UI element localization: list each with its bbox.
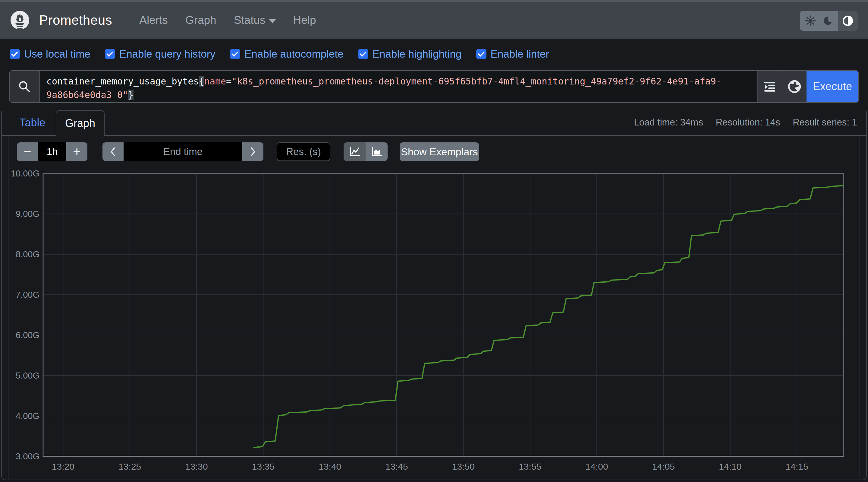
x-tick-label: 13:45: [385, 461, 408, 472]
tab-graph[interactable]: Graph: [56, 110, 104, 136]
nav-link-label: Graph: [185, 14, 216, 27]
promql-expression-input[interactable]: container_memory_usage_bytes{name="k8s_p…: [40, 71, 757, 102]
end-time-input[interactable]: [124, 142, 242, 161]
range-input-group: − +: [17, 142, 87, 161]
chevron-right-icon: [248, 146, 257, 157]
option-label: Enable linter: [491, 48, 550, 60]
nav-link-alerts[interactable]: Alerts: [139, 14, 168, 27]
search-icon: [18, 80, 31, 93]
x-tick-label: 13:20: [52, 461, 74, 472]
x-tick-label: 13:55: [519, 461, 541, 472]
line-chart-toggle-button[interactable]: [344, 142, 366, 161]
y-tick-label: 9.00G: [16, 209, 39, 219]
option-enable-query-history[interactable]: Enable query history: [105, 48, 216, 60]
y-tick-label: 6.00G: [16, 330, 39, 340]
checkbox-checked-icon[interactable]: [105, 49, 115, 59]
stacked-chart-icon: [371, 146, 383, 157]
nav-link-graph[interactable]: Graph: [185, 14, 216, 27]
moon-icon[interactable]: [823, 16, 833, 26]
time-forward-button[interactable]: [242, 142, 264, 161]
format-expression-button[interactable]: [757, 71, 782, 102]
nav-link-status[interactable]: Status: [234, 14, 276, 27]
y-tick-label: 7.00G: [16, 290, 39, 300]
metrics-explorer-button[interactable]: [782, 71, 807, 102]
checkbox-checked-icon[interactable]: [230, 49, 240, 59]
memory-usage-chart[interactable]: 3.00G4.00G5.00G6.00G7.00G8.00G9.00G10.00…: [8, 167, 860, 477]
y-tick-label: 5.00G: [16, 371, 39, 380]
execute-button[interactable]: Execute: [807, 71, 858, 102]
y-tick-label: 3.00G: [16, 452, 39, 461]
line-chart-icon: [349, 146, 361, 157]
promql-token: name: [204, 76, 226, 87]
nav-link-label: Alerts: [139, 14, 168, 27]
globe-icon: [787, 80, 801, 93]
chart-type-toggle: [344, 142, 388, 161]
x-tick-label: 14:05: [652, 461, 675, 472]
nav-link-label: Status: [234, 14, 266, 27]
option-use-local-time[interactable]: Use local time: [10, 48, 90, 60]
option-label: Enable autocomplete: [244, 48, 344, 60]
y-tick-label: 8.00G: [16, 250, 39, 259]
option-label: Use local time: [24, 48, 90, 60]
option-label: Enable highlighting: [373, 48, 462, 60]
prometheus-logo-icon: [10, 10, 30, 30]
x-tick-label: 13:35: [252, 461, 275, 472]
nav-link-label: Help: [293, 14, 316, 27]
end-time-group: [102, 142, 264, 161]
x-tick-label: 13:25: [119, 461, 141, 472]
show-exemplars-button[interactable]: Show Exemplars: [400, 142, 479, 161]
option-enable-autocomplete[interactable]: Enable autocomplete: [230, 48, 344, 60]
query-bar: container_memory_usage_bytes{name="k8s_p…: [9, 70, 859, 103]
promql-token: 9a86b64e0da3_0": [46, 90, 128, 100]
checkbox-checked-icon[interactable]: [10, 49, 20, 59]
query-options-row: Use local timeEnable query historyEnable…: [10, 45, 549, 63]
chevron-left-icon: [108, 146, 118, 157]
checkbox-checked-icon[interactable]: [476, 49, 487, 59]
promql-line: container_memory_usage_bytes{name="k8s_p…: [46, 75, 757, 88]
x-tick-label: 13:30: [185, 461, 208, 472]
range-decrease-button[interactable]: −: [17, 142, 38, 161]
x-tick-label: 14:15: [786, 461, 808, 472]
theme-light-dark-buttons[interactable]: [800, 11, 838, 31]
promql-token: {: [199, 76, 204, 87]
plot-border: [43, 173, 844, 456]
checkbox-checked-icon[interactable]: [358, 49, 368, 59]
range-increase-button[interactable]: +: [66, 142, 87, 161]
query-stats: Load time: 34msResolution: 14sResult ser…: [634, 110, 858, 135]
promql-token: container_memory_usage_bytes: [46, 76, 199, 87]
y-tick-label: 4.00G: [16, 411, 39, 421]
half-circle-contrast-icon: [842, 15, 854, 27]
series-line-container_memory_usage_bytes: [254, 186, 844, 447]
stacked-chart-toggle-button[interactable]: [366, 142, 388, 161]
option-enable-highlighting[interactable]: Enable highlighting: [358, 48, 462, 60]
x-tick-label: 13:40: [318, 461, 341, 472]
nav-links: AlertsGraphStatusHelp: [139, 14, 316, 27]
x-tick-label: 14:00: [586, 461, 608, 472]
tab-table[interactable]: Table: [9, 110, 56, 135]
option-label: Enable query history: [119, 48, 216, 60]
resolution-input[interactable]: [277, 142, 330, 161]
theme-toggle-group: [800, 11, 858, 31]
chevron-down-icon: [269, 19, 276, 23]
promql-token: "k8s_prometheus_prometheus-deployment-69…: [231, 76, 721, 87]
time-back-button[interactable]: [102, 142, 124, 161]
sun-icon[interactable]: [805, 16, 816, 26]
range-input[interactable]: [38, 142, 66, 161]
y-tick-label: 10.00G: [11, 169, 39, 178]
app-title: Prometheus: [39, 13, 112, 28]
nav-link-help[interactable]: Help: [293, 14, 316, 27]
theme-auto-button[interactable]: [838, 11, 858, 31]
promql-token: }: [128, 90, 133, 100]
x-tick-label: 14:10: [719, 461, 741, 472]
format-expression-icon: [764, 80, 776, 93]
navbar: Prometheus AlertsGraphStatusHelp: [0, 2, 868, 38]
stat-result-series: Result series: 1: [793, 117, 857, 128]
promql-token: =: [226, 76, 231, 87]
search-addon: [10, 71, 40, 102]
promql-line: 9a86b64e0da3_0"}: [46, 88, 757, 102]
x-tick-label: 13:50: [452, 461, 475, 472]
stat-load-time: Load time: 34ms: [634, 117, 703, 128]
stat-resolution: Resolution: 14s: [716, 117, 780, 128]
option-enable-linter[interactable]: Enable linter: [476, 48, 550, 60]
